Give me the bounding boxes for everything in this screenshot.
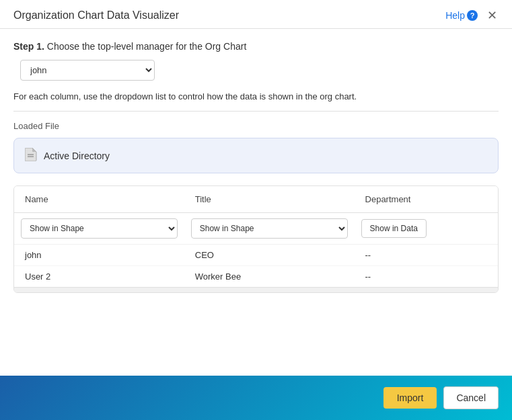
col-header-title: Title: [184, 186, 355, 213]
table-row: User 2 Worker Bee --: [14, 266, 498, 288]
loaded-file-section-label: Loaded File: [13, 121, 499, 131]
help-label: Help: [445, 10, 465, 21]
step1-label: Step 1. Choose the top-level manager for…: [13, 41, 499, 52]
loaded-file-box: Active Directory: [13, 138, 499, 173]
name-column-dropdown[interactable]: Show in Shape Show in Data Don't Show: [21, 218, 178, 239]
data-table-wrapper: Name Title Department Show in Shape Show…: [13, 185, 499, 293]
help-link[interactable]: Help ?: [445, 10, 478, 21]
cancel-button[interactable]: Cancel: [443, 386, 499, 409]
row1-title: CEO: [184, 245, 355, 266]
title-actions: Help ? ✕: [445, 9, 499, 22]
row2-dept: --: [355, 266, 498, 288]
dept-dropdown-cell: Show in Data: [355, 213, 498, 245]
row2-name: User 2: [14, 266, 184, 288]
scroll-indicator: [14, 287, 498, 292]
dropdown-row: Show in Shape Show in Data Don't Show Sh…: [14, 213, 498, 245]
file-icon: [25, 148, 37, 163]
main-content: Step 1. Choose the top-level manager for…: [0, 29, 512, 376]
row1-name: john: [14, 245, 184, 266]
table-row: john CEO --: [14, 245, 498, 266]
dept-show-in-data-button[interactable]: Show in Data: [361, 219, 427, 238]
footer: Import Cancel: [0, 376, 512, 420]
step1-text: Choose the top-level manager for the Org…: [44, 41, 246, 52]
data-table: Name Title Department Show in Shape Show…: [14, 186, 498, 287]
name-dropdown-cell: Show in Shape Show in Data Don't Show: [14, 213, 184, 245]
close-button[interactable]: ✕: [486, 9, 499, 22]
table-header-row: Name Title Department: [14, 186, 498, 213]
help-icon: ?: [467, 10, 478, 21]
row2-title: Worker Bee: [184, 266, 355, 288]
dialog-title: Organization Chart Data Visualizer: [13, 9, 179, 22]
col-header-department: Department: [355, 186, 498, 213]
step1-bold: Step 1.: [13, 41, 44, 52]
title-bar: Organization Chart Data Visualizer Help …: [0, 0, 512, 29]
title-column-dropdown[interactable]: Show in Shape Show in Data Don't Show: [191, 218, 348, 239]
file-name: Active Directory: [44, 151, 110, 161]
manager-select[interactable]: john User 2: [20, 60, 155, 81]
title-dropdown-cell: Show in Shape Show in Data Don't Show: [184, 213, 355, 245]
row1-dept: --: [355, 245, 498, 266]
col-header-name: Name: [14, 186, 184, 213]
import-button[interactable]: Import: [383, 387, 437, 409]
instructions-text: For each column, use the dropdown list t…: [13, 91, 499, 112]
